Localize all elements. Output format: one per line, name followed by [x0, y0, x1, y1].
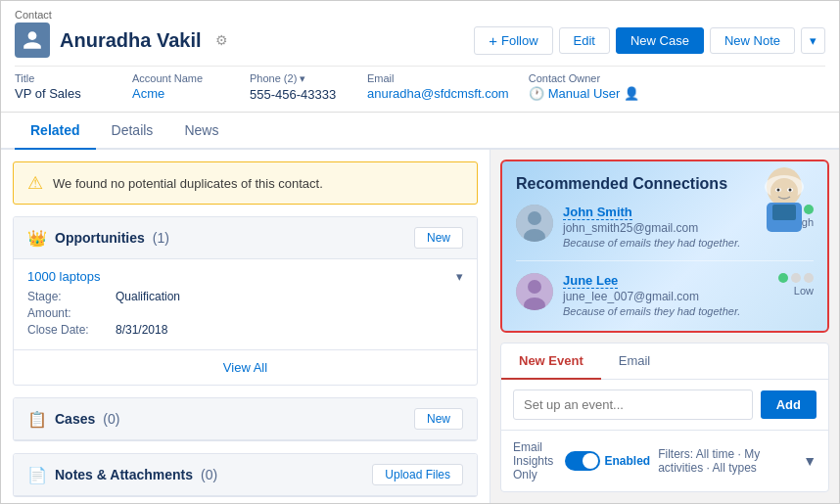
recommended-connections: Recommended Connections — [500, 160, 829, 333]
follow-button[interactable]: Follow — [474, 26, 552, 55]
june-avatar — [516, 273, 553, 310]
email-link[interactable]: anuradha@sfdcmsft.com — [367, 86, 509, 101]
opportunity-details: Stage: Qualification Amount: Close Date:… — [27, 290, 463, 337]
email-label: Email — [367, 72, 509, 84]
meta-email: Email anuradha@sfdcmsft.com — [367, 72, 529, 102]
cases-new-button[interactable]: New — [414, 408, 463, 430]
phone-value: 555-456-43333 — [250, 87, 348, 102]
record-actions: Follow Edit New Case New Note ▾ — [474, 26, 825, 55]
admin-icon[interactable]: ⚙ — [215, 32, 228, 48]
more-actions-button[interactable]: ▾ — [801, 27, 825, 54]
june-dots — [778, 273, 814, 283]
notes-section: 📄 Notes & Attachments (0) Upload Files — [13, 453, 478, 497]
record-name: Anuradha Vakil — [60, 29, 202, 52]
edit-button[interactable]: Edit — [559, 27, 610, 54]
opportunity-chevron-icon[interactable]: ▾ — [456, 269, 463, 284]
filter-icon[interactable]: ▼ — [803, 453, 817, 469]
opportunities-title: 👑 Opportunities (1) — [27, 229, 169, 248]
june-dot-3 — [804, 273, 814, 283]
add-button[interactable]: Add — [761, 390, 817, 419]
tab-bar: Related Details News — [1, 113, 839, 150]
account-link[interactable]: Acme — [132, 86, 164, 101]
svg-point-2 — [770, 178, 798, 206]
einstein-image — [755, 167, 814, 236]
opp-stage-row: Stage: Qualification — [27, 290, 463, 303]
opportunities-count: (1) — [153, 230, 169, 246]
insights-row: Email Insights Only Enabled Filters: All… — [501, 430, 828, 491]
owner-value: 🕐 Manual User 👤 — [529, 86, 640, 101]
svg-point-6 — [789, 189, 792, 192]
john-name-link[interactable]: John Smith — [563, 205, 632, 220]
phone-dropdown-icon[interactable]: ▾ — [300, 72, 305, 84]
new-note-button[interactable]: New Note — [710, 27, 795, 54]
toggle-track[interactable] — [565, 451, 600, 471]
opportunity-item: 1000 laptops ▾ Stage: Qualification Amou… — [14, 259, 477, 349]
john-email: john_smith25@gmail.com — [563, 221, 769, 235]
phone-label: Phone (2) ▾ — [250, 72, 348, 85]
opp-amount-row: Amount: — [27, 306, 463, 320]
owner-link[interactable]: Manual User — [548, 86, 621, 101]
tab-related[interactable]: Related — [15, 113, 96, 150]
upload-files-button[interactable]: Upload Files — [372, 464, 463, 485]
owner-label: Contact Owner — [529, 72, 640, 84]
svg-point-13 — [528, 280, 541, 294]
opportunities-new-button[interactable]: New — [414, 227, 463, 249]
title-label: Title — [15, 72, 113, 84]
notes-header: 📄 Notes & Attachments (0) Upload Files — [14, 454, 477, 496]
contact-icon — [15, 23, 50, 58]
owner-person-icon: 👤 — [624, 86, 639, 101]
meta-fields: Title VP of Sales Account Name Acme Phon… — [15, 66, 825, 112]
account-label: Account Name — [132, 72, 230, 84]
opportunity-link[interactable]: 1000 laptops — [27, 269, 100, 284]
filters-text: Filters: All time · My activities · All … — [658, 447, 797, 475]
insights-label: Email Insights Only — [513, 440, 557, 481]
june-score-label: Low — [794, 285, 814, 297]
tab-email[interactable]: Email — [601, 344, 669, 379]
event-input[interactable] — [513, 389, 753, 420]
main-content: ⚠ We found no potential duplicates of th… — [1, 150, 839, 503]
cases-section: 📋 Cases (0) New — [13, 397, 478, 441]
meta-phone: Phone (2) ▾ 555-456-43333 — [250, 72, 367, 102]
cases-count: (0) — [103, 411, 119, 427]
john-reason: Because of emails they had together. — [563, 237, 769, 249]
cases-header: 📋 Cases (0) New — [14, 398, 477, 440]
tab-news[interactable]: News — [168, 113, 234, 150]
record-title-row: Anuradha Vakil ⚙ Follow Edit New Case Ne… — [15, 23, 825, 66]
view-all-row: View All — [14, 349, 477, 385]
meta-owner: Contact Owner 🕐 Manual User 👤 — [529, 72, 660, 102]
john-info: John Smith john_smith25@gmail.com Becaus… — [563, 205, 769, 249]
opportunities-section: 👑 Opportunities (1) New 1000 laptops ▾ S… — [13, 216, 478, 386]
duplicate-notice: ⚠ We found no potential duplicates of th… — [13, 161, 478, 205]
rec-person-june: June Lee june_lee_007@gmail.com Because … — [516, 273, 814, 317]
view-all-link[interactable]: View All — [223, 360, 267, 375]
opportunities-icon: 👑 — [27, 229, 47, 248]
record-title-left: Anuradha Vakil ⚙ — [15, 23, 228, 58]
new-case-button[interactable]: New Case — [616, 27, 704, 54]
activity-tabs: New Event Email — [501, 344, 828, 380]
event-input-row: Add — [513, 389, 817, 420]
title-value: VP of Sales — [15, 86, 113, 101]
meta-account: Account Name Acme — [132, 72, 250, 102]
email-insights-toggle[interactable]: Enabled — [565, 451, 650, 471]
june-dot-2 — [791, 273, 801, 283]
warning-icon: ⚠ — [27, 172, 43, 194]
notes-icon: 📄 — [27, 466, 47, 484]
svg-point-5 — [777, 189, 780, 192]
cases-icon: 📋 — [27, 410, 47, 429]
tab-details[interactable]: Details — [96, 113, 169, 150]
notes-title: 📄 Notes & Attachments (0) — [27, 466, 217, 484]
svg-point-10 — [528, 211, 541, 225]
june-name-link[interactable]: June Lee — [563, 273, 618, 289]
notes-count: (0) — [201, 467, 217, 482]
account-value: Acme — [132, 86, 230, 101]
john-avatar — [516, 205, 553, 242]
tab-new-event[interactable]: New Event — [501, 344, 601, 380]
meta-title: Title VP of Sales — [15, 72, 132, 102]
june-reason: Because of emails they had together. — [563, 305, 769, 317]
svg-rect-8 — [772, 205, 796, 220]
june-email: june_lee_007@gmail.com — [563, 290, 769, 303]
left-panel: ⚠ We found no potential duplicates of th… — [1, 150, 490, 503]
insights-left: Email Insights Only Enabled — [513, 440, 650, 481]
opportunities-header: 👑 Opportunities (1) New — [14, 217, 477, 259]
owner-clock-icon: 🕐 — [529, 86, 544, 101]
